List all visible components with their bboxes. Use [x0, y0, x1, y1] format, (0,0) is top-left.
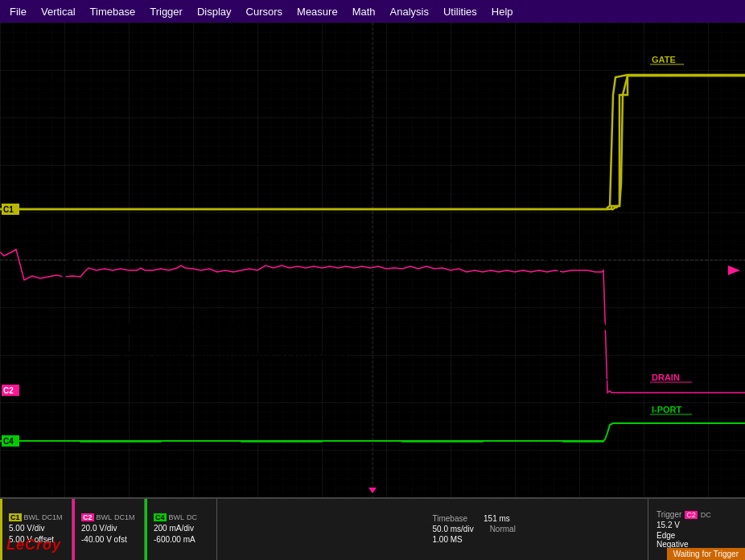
- trigger-channel: C2: [685, 511, 698, 519]
- status-bar: C1 BWL DC1M 5.00 V/div 5.00 V offset C2 …: [0, 497, 745, 560]
- trigger-dc-badge: DC: [701, 511, 711, 519]
- menu-math[interactable]: Math: [346, 4, 382, 19]
- menu-utilities[interactable]: Utilities: [437, 4, 484, 19]
- ch1-bwl-badge: BWL: [24, 513, 40, 521]
- ch2-offset: -40.00 V ofst: [81, 534, 138, 546]
- ch2-dc1m-badge: DC1M: [114, 513, 135, 521]
- menu-analysis[interactable]: Analysis: [384, 4, 435, 19]
- trigger-voltage: 15.2 V: [657, 521, 737, 529]
- ch1-dc1m-badge: DC1M: [42, 513, 63, 521]
- trigger-type: Edge: [657, 531, 737, 540]
- scope-screen: GATE DRAIN I-PORT C1 C2 C4 PD d: [0, 23, 745, 497]
- lecroy-logo: LeCroy: [6, 537, 61, 554]
- timebase-section: Timebase 151 ms 50.0 ms/div Normal 1.00 …: [425, 499, 649, 560]
- ch4-bwl-badge: BWL: [169, 513, 185, 521]
- ch4-info: C4 BWL DC 200 mA/div -600.00 mA: [145, 499, 217, 560]
- svg-text:DRAIN: DRAIN: [652, 373, 680, 382]
- ch1-label: C1: [9, 513, 22, 521]
- menu-measure[interactable]: Measure: [290, 4, 344, 19]
- svg-text:I-PORT: I-PORT: [652, 405, 682, 414]
- timebase-mode: Normal: [490, 525, 516, 533]
- menu-trigger[interactable]: Trigger: [143, 4, 189, 19]
- timebase-msdiv: 50.0 ms/div: [433, 525, 474, 533]
- svg-text:C1: C1: [3, 205, 14, 214]
- ch2-label: C2: [81, 513, 94, 521]
- timebase-label: Timebase: [433, 514, 468, 523]
- ch2-bwl-badge: BWL: [97, 513, 113, 521]
- menu-file[interactable]: File: [3, 4, 33, 19]
- ch2-info: C2 BWL DC1M 20.0 V/div -40.00 V ofst: [72, 499, 145, 560]
- ch4-label: C4: [154, 513, 167, 521]
- svg-text:C4: C4: [3, 437, 14, 446]
- ch1-vdiv: 5.00 V/div: [9, 523, 65, 534]
- timebase-delay: 1.00 MS: [433, 535, 463, 544]
- ch2-vdiv: 20.0 V/div: [81, 523, 138, 534]
- menu-cursors[interactable]: Cursors: [240, 4, 290, 19]
- timebase-value: 151 ms: [484, 514, 510, 523]
- svg-text:C2: C2: [3, 386, 14, 395]
- ch4-vdiv: 200 mA/div: [154, 523, 210, 534]
- menu-display[interactable]: Display: [191, 4, 238, 19]
- ch4-offset: -600.00 mA: [154, 534, 210, 546]
- ch4-dc-badge: DC: [187, 513, 197, 521]
- menu-timebase[interactable]: Timebase: [84, 4, 142, 19]
- trigger-label: Trigger: [657, 510, 681, 519]
- waiting-status: Waiting for Trigger: [667, 548, 745, 560]
- menu-help[interactable]: Help: [485, 4, 520, 19]
- svg-text:GATE: GATE: [652, 55, 676, 64]
- menu-vertical[interactable]: Vertical: [35, 4, 82, 19]
- menubar: File Vertical Timebase Trigger Display C…: [0, 0, 745, 23]
